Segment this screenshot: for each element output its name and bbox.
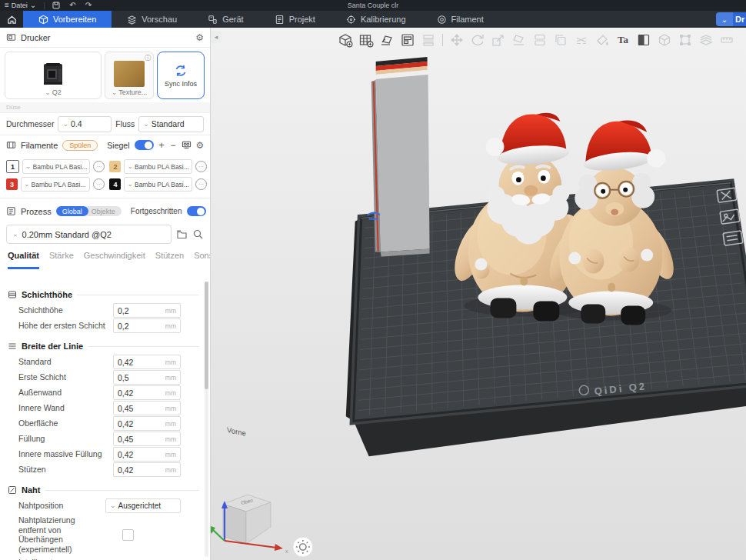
group-title: Naht [22, 485, 40, 495]
tab-vorschau[interactable]: Vorschau [112, 11, 192, 28]
scrollbar-thumb[interactable] [205, 282, 208, 389]
filament-select[interactable]: ⌄ Bambu PLA Basi... [21, 177, 90, 192]
setting-input[interactable]: 0,42mm [113, 416, 181, 431]
tab-kalibrierung[interactable]: Kalibrierung [331, 11, 421, 28]
seal-toggle[interactable] [135, 140, 154, 150]
save-button[interactable] [48, 0, 65, 11]
remove-filament-button[interactable]: − [170, 141, 177, 150]
add-filament-button[interactable]: + [158, 141, 165, 150]
paint-tool-button[interactable] [594, 32, 611, 48]
chevron-down-icon: ⌄ [12, 231, 18, 238]
cut-tool-button[interactable] [573, 32, 590, 48]
print-button[interactable]: Dr [733, 12, 746, 26]
variable-layer-button[interactable] [656, 32, 673, 48]
filament-edit-icon[interactable] [195, 178, 207, 190]
seam-position-select[interactable]: ⌄ Ausgerichtet [105, 498, 181, 513]
clone-button[interactable] [552, 32, 569, 48]
orientation-cube[interactable]: Vorne Oben x [211, 425, 288, 555]
setting-row: Erste Schicht 0,5mm [8, 370, 210, 385]
settings-scrollbar[interactable] [205, 282, 208, 557]
preset-select[interactable]: ⌄ 0.20mm Standard @Q2 [6, 225, 172, 244]
settings-list: Schichthöhe Schichthöhe 0,2 mm Höhe der … [0, 280, 210, 560]
chevron-down-icon: ⌄ [127, 163, 133, 170]
flow-select[interactable]: ⌄ Standard [138, 116, 204, 132]
add-plate-button[interactable] [358, 32, 375, 48]
auto-orient-button[interactable] [378, 32, 395, 48]
prime-tower[interactable] [368, 57, 430, 257]
redo-icon: ↷ [85, 2, 92, 9]
tab-filament[interactable]: Filament [421, 11, 499, 28]
seam-paint-button[interactable] [677, 32, 694, 48]
add-object-button[interactable] [337, 32, 354, 48]
move-tool-button[interactable] [448, 32, 465, 48]
filament-settings-gear-icon[interactable]: ⚙ [196, 141, 205, 150]
viewport-settings-button[interactable] [293, 537, 313, 557]
split-horizontal-button[interactable] [531, 32, 548, 48]
tab-geschwindigkeit[interactable]: Geschwindigkeit [84, 251, 145, 269]
filament-edit-icon[interactable] [195, 161, 207, 172]
tab-qualitaet[interactable]: Qualität [8, 251, 39, 269]
seam-placement-checkbox[interactable] [122, 529, 134, 541]
search-icon[interactable] [192, 228, 204, 240]
group-header: Breite der Linie [8, 338, 210, 355]
setting-input[interactable]: 0,42mm [113, 447, 181, 462]
filament-color-badge[interactable]: 4 [109, 178, 121, 190]
diameter-select[interactable]: ⌄ 0.4 [58, 116, 112, 132]
place-on-face-button[interactable] [511, 32, 528, 48]
tab-vorbereiten[interactable]: Vorbereiten [23, 11, 112, 28]
filament-color-badge[interactable]: 3 [6, 178, 18, 190]
tab-staerke[interactable]: Stärke [49, 251, 74, 269]
setting-input[interactable]: 0,5mm [113, 370, 181, 385]
viewport-3d[interactable]: QiDi Q2 [211, 28, 746, 560]
rotate-tool-button[interactable] [469, 32, 486, 48]
save-preset-icon[interactable] [176, 228, 188, 240]
tab-geraet[interactable]: Gerät [192, 11, 259, 28]
filament-edit-icon[interactable] [93, 161, 105, 172]
setting-input[interactable]: 0,42mm [113, 385, 181, 400]
setting-label: Höhe der ersten Schicht [18, 319, 113, 332]
tab-stuetzen[interactable]: Stützen [155, 251, 184, 269]
home-button[interactable] [0, 11, 23, 28]
filament-select[interactable]: ⌄ Bambu PLA Basi... [124, 159, 191, 174]
advanced-toggle[interactable] [187, 206, 206, 216]
measure-tool-button[interactable] [718, 32, 735, 48]
filament-color-badge[interactable]: 1 [6, 160, 19, 173]
divider [45, 490, 199, 491]
flush-button[interactable]: Spülen [62, 140, 98, 151]
build-plate-card[interactable]: ⓘ ⌄ Texture... [105, 52, 154, 99]
filament-edit-icon[interactable] [93, 178, 105, 190]
ams-sync-icon[interactable] [182, 140, 191, 150]
tab-sonstige[interactable]: Sonstige [194, 251, 211, 269]
panel-collapse-button[interactable]: ◂ [211, 31, 221, 43]
scale-tool-button[interactable] [490, 32, 507, 48]
arrange-button[interactable] [399, 32, 416, 48]
setting-input[interactable]: 0,42mm [113, 355, 181, 369]
split-to-plates-button[interactable] [420, 32, 437, 48]
filament-color-badge[interactable]: 2 [109, 161, 121, 172]
undo-button[interactable]: ↶ [65, 0, 80, 11]
printer-settings-gear-icon[interactable]: ⚙ [195, 33, 204, 42]
setting-input[interactable]: 0,2 mm [113, 303, 181, 318]
filament-select[interactable]: ⌄ Bambu PLA Basi... [124, 177, 191, 192]
filament-select[interactable]: ⌄ Bambu PLA Basi... [22, 159, 90, 174]
print-options-button[interactable]: ⌄ [716, 12, 733, 26]
scene-canvas[interactable]: QiDi Q2 [211, 28, 746, 559]
sync-infos-button[interactable]: Sync Infos [157, 52, 205, 99]
scope-global-button[interactable]: Global [56, 206, 88, 216]
setting-input[interactable]: 0,45mm [113, 401, 181, 415]
setting-input[interactable]: 0,45mm [113, 432, 181, 446]
setting-input[interactable]: 0,42mm [113, 462, 181, 477]
printer-card[interactable]: ⌄ Q2 [5, 52, 102, 99]
setting-input[interactable]: 0,2 mm [113, 318, 181, 333]
text-tool-button[interactable]: Ta [614, 32, 631, 48]
redo-button[interactable]: ↷ [81, 0, 96, 11]
line-width-icon [8, 342, 17, 351]
scope-objects-button[interactable]: Objekte [84, 206, 122, 216]
file-menu[interactable]: ≡ Datei ⌄ [0, 0, 41, 11]
support-paint-button[interactable] [698, 32, 714, 48]
color-fill-button[interactable] [635, 32, 652, 48]
plate-select[interactable]: ⌄ Texture... [112, 87, 148, 98]
tab-projekt[interactable]: Projekt [259, 11, 331, 28]
printer-select[interactable]: ⌄ Q2 [45, 87, 62, 98]
info-icon[interactable]: ⓘ [145, 54, 151, 62]
